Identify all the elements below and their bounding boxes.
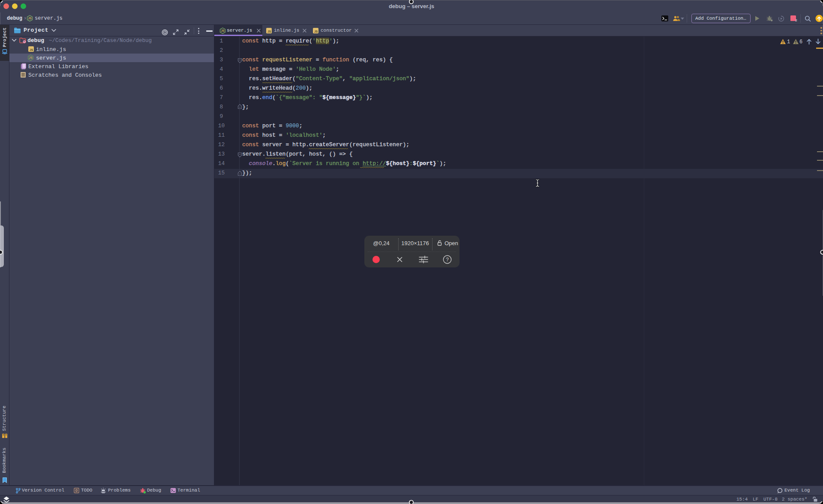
svg-text:?: ? <box>446 257 449 263</box>
svg-text:JS: JS <box>221 29 225 32</box>
svg-text:JS: JS <box>29 56 33 59</box>
svg-text:JS: JS <box>314 30 318 33</box>
svg-text:JS: JS <box>267 30 271 33</box>
svg-text:JS: JS <box>30 48 33 51</box>
svg-text:JS: JS <box>28 17 32 20</box>
